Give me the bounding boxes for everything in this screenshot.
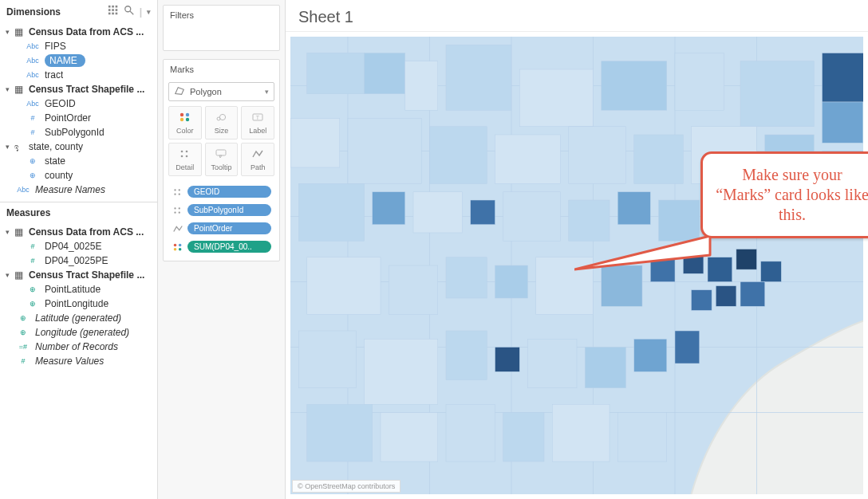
mark-type-dropdown[interactable]: Polygon: [168, 82, 274, 101]
marks-label[interactable]: T Label: [241, 106, 274, 139]
geo-type-icon: ⊕: [24, 285, 41, 293]
meas-dp04e[interactable]: #DP04_0025E: [0, 239, 157, 253]
shelf-pane: Filters Marks Polygon Color Size T Label…: [158, 0, 286, 499]
svg-rect-97: [446, 331, 487, 380]
svg-rect-76: [617, 192, 650, 225]
meas-group-0-label: Census Data from ACS ...: [29, 226, 144, 238]
meas-group-0[interactable]: ▾ ▦ Census Data from ACS ...: [0, 225, 157, 239]
dim-measure-names[interactable]: AbcMeasure Names: [0, 183, 157, 197]
svg-rect-107: [552, 404, 610, 462]
svg-point-12: [180, 112, 183, 116]
meas-pointlat[interactable]: ⊕PointLatitude: [0, 282, 157, 297]
svg-rect-8: [115, 13, 117, 15]
view-as-list-icon[interactable]: [108, 5, 119, 18]
dim-group-2[interactable]: ▾ ೄ state, county: [0, 139, 157, 154]
svg-rect-75: [569, 200, 610, 241]
svg-point-34: [173, 243, 176, 246]
marks-size[interactable]: Size: [205, 106, 239, 139]
marks-color[interactable]: Color: [168, 106, 202, 139]
measures-header: Measures: [0, 202, 157, 223]
meas-label: Longitude (generated): [35, 327, 129, 338]
dim-name[interactable]: AbcNAME: [0, 53, 157, 68]
meas-values[interactable]: #Measure Values: [0, 354, 157, 368]
dim-label: state: [45, 155, 65, 167]
sheet-title[interactable]: Sheet 1: [286, 0, 868, 32]
number-type-icon: #: [24, 242, 41, 250]
meas-pointlon[interactable]: ⊕PointLongitude: [0, 297, 157, 311]
svg-rect-7: [112, 13, 114, 15]
svg-marker-25: [219, 155, 222, 158]
svg-rect-64: [495, 135, 561, 184]
cell-label: Size: [215, 127, 229, 135]
svg-rect-56: [602, 61, 667, 111]
geo-type-icon: ⊕: [24, 157, 41, 165]
meas-group-1-label: Census Tract Shapefile ...: [29, 269, 144, 281]
svg-rect-65: [569, 127, 626, 184]
map-area[interactable]: © OpenStreetMap contributors Make sure y…: [286, 32, 868, 499]
dim-group-0[interactable]: ▾ ▦ Census Data from ACS ...: [0, 25, 157, 39]
svg-line-10: [130, 11, 133, 14]
cell-label: Color: [176, 127, 194, 135]
svg-point-27: [178, 189, 180, 191]
table-icon: ▦: [14, 226, 26, 238]
svg-rect-62: [348, 119, 421, 184]
meas-group-1[interactable]: ▾ ▦ Census Tract Shapefile ...: [0, 268, 157, 282]
meas-dp04pe[interactable]: #DP04_0025PE: [0, 253, 157, 268]
measures-title: Measures: [6, 207, 50, 218]
caret-icon[interactable]: ▾: [3, 228, 11, 236]
svg-rect-53: [405, 61, 438, 111]
caret-icon[interactable]: ▾: [3, 271, 11, 279]
dim-county[interactable]: ⊕county: [0, 168, 157, 183]
geo-type-icon: ⊕: [24, 171, 41, 179]
cell-label: Label: [249, 127, 266, 135]
pill-pointorder[interactable]: PointOrder: [168, 221, 274, 236]
text-type-icon: Abc: [24, 42, 41, 50]
dim-state[interactable]: ⊕state: [0, 154, 157, 168]
callout-text: Make sure your “Marks” card looks like t…: [700, 151, 868, 238]
table-icon: ▦: [14, 26, 26, 37]
find-icon[interactable]: [124, 5, 135, 18]
meas-latgen[interactable]: ⊕Latitude (generated): [0, 311, 157, 325]
svg-point-15: [186, 117, 189, 120]
dim-label: PointOrder: [45, 112, 91, 124]
marks-tooltip[interactable]: Tooltip: [205, 143, 239, 176]
filters-title: Filters: [164, 6, 279, 25]
svg-point-37: [178, 247, 181, 250]
svg-rect-63: [430, 127, 487, 184]
pill-geoid[interactable]: GEOID: [168, 184, 274, 199]
meas-longen[interactable]: ⊕Longitude (generated): [0, 325, 157, 340]
filters-shelf[interactable]: Filters: [163, 5, 280, 51]
meas-label: Number of Records: [35, 341, 118, 352]
svg-rect-71: [373, 192, 405, 225]
dim-group-1[interactable]: ▾ ▦ Census Tract Shapefile ...: [0, 82, 157, 96]
svg-rect-54: [446, 45, 511, 110]
caret-icon[interactable]: ▾: [3, 28, 11, 36]
marks-detail[interactable]: Detail: [168, 143, 202, 176]
svg-point-9: [124, 6, 130, 12]
dim-tract[interactable]: Abctract: [0, 68, 157, 82]
map-attribution: © OpenStreetMap contributors: [292, 480, 400, 493]
svg-point-13: [186, 112, 189, 116]
pill-subpolygonid[interactable]: SubPolygonId: [168, 202, 274, 218]
svg-rect-57: [675, 53, 724, 111]
svg-rect-70: [299, 184, 365, 242]
dim-fips[interactable]: AbcFIPS: [0, 39, 157, 53]
dim-geoid[interactable]: AbcGEOID: [0, 96, 157, 111]
svg-point-32: [174, 211, 176, 213]
dim-label: tract: [45, 69, 63, 81]
pill-sum-dp04[interactable]: SUM(DP04_00..: [168, 239, 274, 254]
marks-path[interactable]: Path: [241, 143, 274, 176]
caret-icon[interactable]: ▾: [3, 85, 11, 93]
dim-pointorder[interactable]: #PointOrder: [0, 111, 157, 125]
svg-rect-4: [112, 9, 114, 11]
menu-caret-icon[interactable]: ▾: [147, 8, 151, 16]
svg-rect-96: [365, 339, 438, 404]
dim-subpolygonid[interactable]: #SubPolygonId: [0, 125, 157, 139]
svg-rect-55: [519, 69, 593, 127]
svg-rect-6: [108, 13, 111, 15]
meas-numrec[interactable]: =#Number of Records: [0, 340, 157, 354]
meas-label: Latitude (generated): [35, 312, 121, 324]
svg-rect-106: [503, 413, 544, 462]
caret-icon[interactable]: ▾: [3, 143, 11, 151]
svg-point-33: [178, 211, 180, 213]
